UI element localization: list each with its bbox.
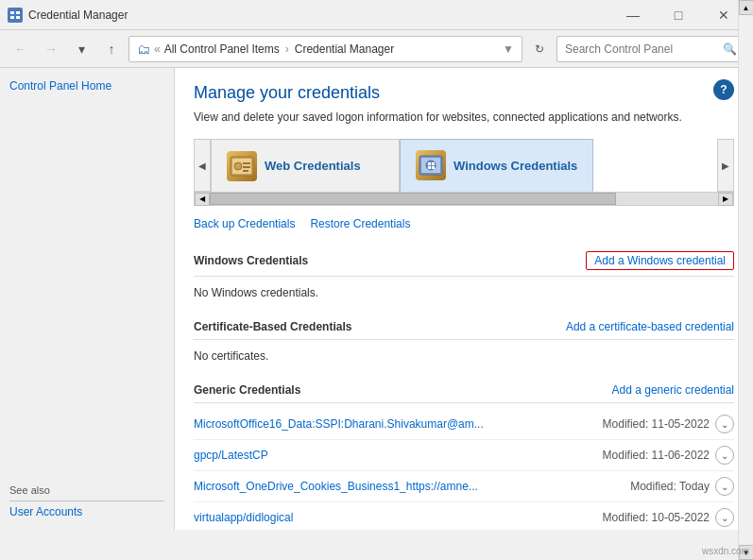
- cred-item-right: Modified: Today ⌄: [630, 477, 734, 496]
- forward-button[interactable]: →: [38, 36, 64, 62]
- windows-credentials-icon: [416, 150, 446, 180]
- cert-creds-empty: No certificates.: [194, 346, 734, 366]
- windows-credentials-label: Windows Credentials: [454, 159, 577, 173]
- expand-button[interactable]: ⌄: [715, 477, 734, 496]
- cred-item-right: Modified: 10-05-2022 ⌄: [603, 508, 734, 527]
- path-separator-prefix: «: [154, 42, 161, 56]
- see-also-label: See also: [9, 484, 50, 496]
- scroll-track-inner: [210, 193, 718, 205]
- add-windows-credential-button[interactable]: Add a Windows credential: [586, 251, 734, 270]
- refresh-button[interactable]: ↻: [526, 36, 553, 62]
- page-title: Manage your credentials: [194, 83, 734, 103]
- app-icon: [8, 8, 23, 23]
- up-button[interactable]: ↑: [98, 36, 125, 62]
- minimize-button[interactable]: —: [611, 0, 655, 30]
- credential-name[interactable]: gpcp/LatestCP: [194, 449, 268, 462]
- expand-button[interactable]: ⌄: [715, 446, 734, 465]
- generic-credentials-section: Generic Credentials Add a generic creden…: [194, 378, 734, 530]
- scroll-thumb: [210, 193, 616, 205]
- path-separator: ›: [285, 42, 289, 56]
- vertical-scrollbar: ▲ ▼: [738, 0, 753, 560]
- search-box[interactable]: 🔍: [556, 36, 745, 62]
- tab-web-credentials[interactable]: Web Credentials: [211, 139, 400, 192]
- credential-modified: Modified: 11-05-2022: [603, 417, 710, 431]
- tabs-scroll-right[interactable]: ▶: [717, 139, 734, 192]
- scroll-track-right[interactable]: ▶: [718, 193, 733, 206]
- windows-creds-header: Windows Credentials Add a Windows creden…: [194, 246, 734, 277]
- address-bar: ← → ▾ ↑ 🗂 « All Control Panel Items › Cr…: [0, 30, 753, 68]
- cert-credentials-section: Certificate-Based Credentials Add a cert…: [194, 314, 734, 366]
- web-credentials-label: Web Credentials: [265, 159, 361, 173]
- page-description: View and delete your saved logon informa…: [194, 110, 734, 124]
- expand-button[interactable]: ⌄: [715, 508, 734, 527]
- svg-rect-3: [10, 16, 14, 19]
- cred-item-right: Modified: 11-05-2022 ⌄: [603, 415, 734, 433]
- address-path[interactable]: 🗂 « All Control Panel Items › Credential…: [128, 36, 522, 62]
- svg-rect-4: [16, 16, 20, 19]
- svg-rect-2: [16, 11, 20, 14]
- search-icon: 🔍: [723, 42, 737, 56]
- content-area: ? Manage your credentials View and delet…: [175, 68, 753, 530]
- path-dropdown-icon[interactable]: ▼: [503, 42, 514, 56]
- main-layout: Control Panel Home See also User Account…: [0, 68, 753, 530]
- path-part2: Credential Manager: [295, 42, 394, 56]
- search-input[interactable]: [565, 42, 719, 56]
- windows-creds-empty: No Windows credentials.: [194, 282, 734, 303]
- credential-tabs: ◀ Web Credentials: [194, 139, 734, 193]
- window-title: Credential Manager: [28, 8, 128, 22]
- path-part1: All Control Panel Items: [164, 42, 280, 56]
- add-generic-credential-button[interactable]: Add a generic credential: [612, 383, 734, 397]
- scroll-track: [739, 15, 754, 545]
- window-controls: — □ ✕: [611, 0, 745, 30]
- windows-credentials-section: Windows Credentials Add a Windows creden…: [194, 246, 734, 303]
- generic-creds-title: Generic Credentials: [194, 383, 300, 397]
- credential-name[interactable]: MicrosoftOffice16_Data:SSPI:Dharani.Shiv…: [194, 417, 484, 431]
- list-item[interactable]: virtualapp/didlogical Modified: 10-05-20…: [194, 502, 734, 530]
- title-bar-left: Credential Manager: [8, 8, 128, 23]
- svg-rect-1: [10, 11, 14, 14]
- svg-rect-8: [243, 162, 250, 164]
- watermark: wsxdn.com: [702, 546, 749, 556]
- svg-rect-0: [9, 9, 21, 21]
- credential-modified: Modified: 10-05-2022: [603, 511, 710, 524]
- svg-rect-17: [432, 166, 435, 169]
- tab-windows-credentials[interactable]: Windows Credentials: [400, 139, 593, 192]
- back-button[interactable]: ←: [8, 36, 34, 62]
- svg-rect-16: [428, 166, 431, 169]
- add-certificate-credential-button[interactable]: Add a certificate-based credential: [566, 320, 734, 333]
- recent-button[interactable]: ▾: [68, 36, 94, 62]
- svg-point-7: [234, 162, 242, 170]
- cred-item-right: Modified: 11-06-2022 ⌄: [603, 446, 734, 465]
- tabs-scroll-left[interactable]: ◀: [194, 139, 211, 192]
- sidebar: Control Panel Home See also User Account…: [0, 68, 175, 530]
- list-item[interactable]: gpcp/LatestCP Modified: 11-06-2022 ⌄: [194, 440, 734, 471]
- credential-modified: Modified: Today: [630, 480, 710, 493]
- expand-button[interactable]: ⌄: [715, 415, 734, 433]
- credential-name[interactable]: Microsoft_OneDrive_Cookies_Business1_htt…: [194, 480, 478, 493]
- list-item[interactable]: MicrosoftOffice16_Data:SSPI:Dharani.Shiv…: [194, 409, 734, 440]
- sidebar-divider: [9, 501, 164, 501]
- user-accounts-link[interactable]: User Accounts: [9, 505, 82, 518]
- credential-name[interactable]: virtualapp/didlogical: [194, 511, 293, 524]
- scroll-track-left[interactable]: ◀: [195, 193, 210, 206]
- maximize-button[interactable]: □: [657, 0, 700, 30]
- scroll-up-button[interactable]: ▲: [739, 0, 754, 15]
- svg-rect-15: [432, 162, 435, 165]
- cert-creds-header: Certificate-Based Credentials Add a cert…: [194, 314, 734, 340]
- cert-creds-title: Certificate-Based Credentials: [194, 320, 351, 333]
- help-button[interactable]: ?: [713, 79, 734, 100]
- list-item[interactable]: Microsoft_OneDrive_Cookies_Business1_htt…: [194, 471, 734, 502]
- tabs-inner: Web Credentials: [211, 139, 717, 192]
- credential-modified: Modified: 11-06-2022: [603, 449, 710, 462]
- restore-credentials-link[interactable]: Restore Credentials: [310, 217, 410, 230]
- title-bar: Credential Manager — □ ✕: [0, 0, 753, 30]
- svg-rect-10: [243, 170, 248, 172]
- generic-creds-header: Generic Credentials Add a generic creden…: [194, 378, 734, 403]
- svg-rect-14: [428, 162, 431, 165]
- action-links: Back up Credentials Restore Credentials: [194, 217, 734, 230]
- backup-credentials-link[interactable]: Back up Credentials: [194, 217, 295, 230]
- sidebar-home-link[interactable]: Control Panel Home: [9, 79, 164, 93]
- tabs-scrollbar: ◀ ▶: [194, 193, 734, 206]
- svg-rect-9: [243, 166, 250, 168]
- web-credentials-icon: [227, 151, 257, 181]
